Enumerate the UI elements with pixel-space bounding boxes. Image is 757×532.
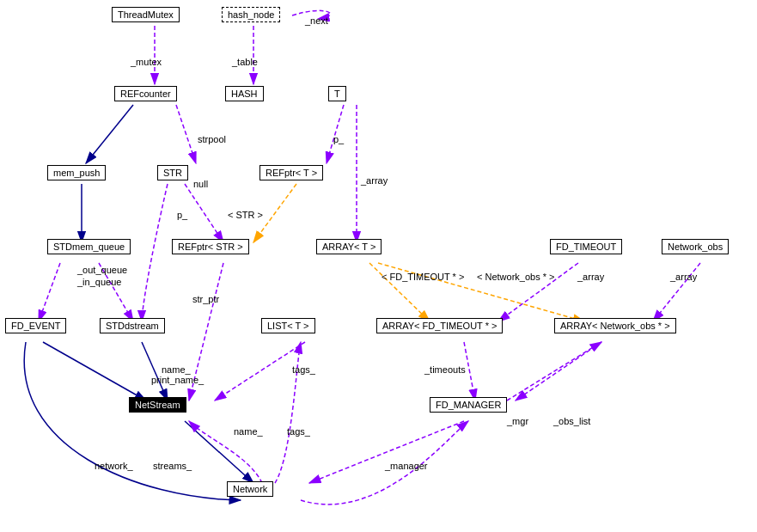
label-str-ptr: str_ptr (192, 294, 219, 304)
label-array: _array (361, 175, 388, 186)
label-array-fd: _array (577, 272, 604, 282)
label-streams: streams_ (153, 461, 192, 471)
label-p-t: p_ (333, 134, 344, 144)
node-stddstream: STDdstream (100, 318, 165, 333)
label-array-nobs: _array (670, 272, 697, 282)
node-str: STR (157, 165, 188, 180)
node-stdmem-queue: STDmem_queue (47, 239, 131, 254)
node-hash-node: hash_node (222, 7, 280, 22)
label-name-net: name_ (234, 426, 263, 437)
label-obs-list: _obs_list (553, 416, 590, 426)
node-refcounter: REFcounter (114, 86, 177, 101)
node-netstream: NetStream (129, 397, 186, 413)
label-print-name: print_name_ (151, 375, 204, 385)
node-array-t: ARRAY< T > (316, 239, 382, 254)
label-fd-timeout-tmpl: < FD_TIMEOUT * > (382, 272, 464, 282)
node-t: T (328, 86, 346, 101)
node-fd-event: FD_EVENT (5, 318, 66, 333)
svg-line-24 (507, 342, 601, 401)
label-network-obs-tmpl: < Network_obs * > (477, 272, 555, 282)
node-fd-timeout: FD_TIMEOUT (550, 239, 622, 254)
label-str-tmpl: < STR > (228, 210, 263, 220)
label-null: null (193, 179, 208, 189)
node-refptr-str: REFptr< STR > (172, 239, 249, 254)
label-name: name_ (162, 364, 191, 375)
label-in-queue: _in_queue (77, 277, 121, 287)
svg-line-26 (39, 263, 60, 321)
label-mgr: _mgr (507, 416, 528, 426)
label-tags-net: tags_ (287, 426, 310, 437)
node-mem-push: mem_push (47, 165, 106, 180)
svg-line-8 (86, 105, 133, 163)
svg-line-21 (516, 342, 601, 401)
label-timeouts: _timeouts (424, 364, 466, 375)
label-mutex: _mutex (131, 57, 162, 67)
label-strpool: strpool (198, 134, 226, 144)
label-p-str: p_ (177, 210, 187, 220)
node-threadmutex: ThreadMutex (112, 7, 180, 22)
node-array-network-obs: ARRAY< Network_obs * > (554, 318, 676, 333)
node-array-fd-timeout: ARRAY< FD_TIMEOUT * > (376, 318, 503, 333)
label-table: _table (232, 57, 258, 67)
svg-line-23 (309, 421, 464, 483)
node-refptr-t: REFptr< T > (259, 165, 323, 180)
node-network: Network (227, 481, 273, 497)
node-hash: HASH (225, 86, 264, 101)
svg-line-9 (185, 184, 223, 242)
node-network-obs: Network_obs (662, 239, 729, 254)
label-manager: _manager (385, 461, 428, 471)
node-fd-manager: FD_MANAGER (430, 397, 507, 413)
label-out-queue: _out_queue (77, 265, 127, 275)
label-next: _next (305, 15, 328, 26)
node-list-t: LIST< T > (261, 318, 315, 333)
label-network-field: network_ (95, 461, 133, 471)
diagram-container: ThreadMutex hash_node REFcounter HASH T … (0, 0, 757, 532)
svg-line-5 (176, 105, 196, 163)
svg-line-18 (43, 342, 146, 401)
label-tags-list: tags_ (292, 364, 315, 375)
